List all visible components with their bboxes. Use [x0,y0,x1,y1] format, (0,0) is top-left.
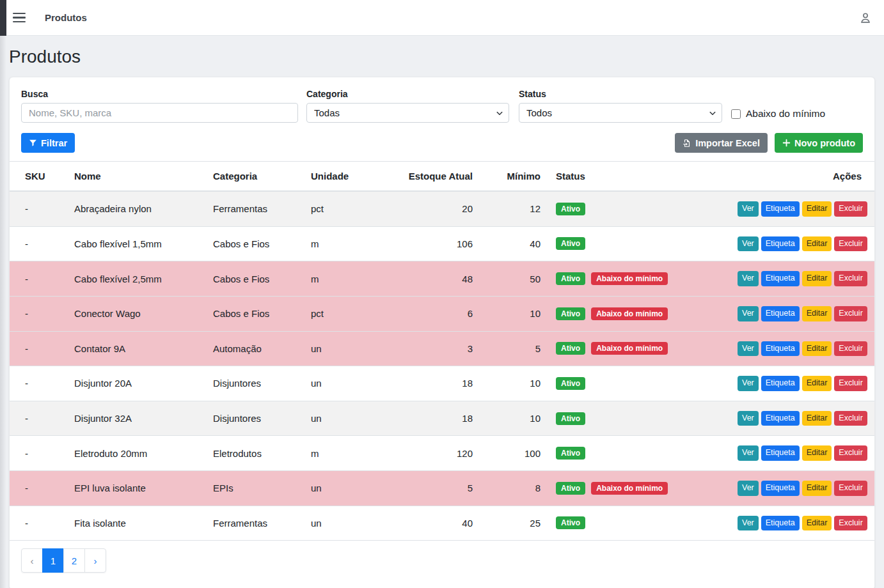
below-min-badge: Abaixo do mínimo [591,272,668,285]
ver-button[interactable]: Ver [738,271,759,286]
table-row: - Eletroduto 20mm Eletrodutos m 120 100 … [10,436,874,471]
etiqueta-button[interactable]: Etiqueta [761,376,800,391]
ver-button[interactable]: Ver [738,481,759,496]
ver-button[interactable]: Ver [738,341,759,357]
header-unidade: Unidade [296,162,386,192]
etiqueta-button[interactable]: Etiqueta [761,516,800,531]
excluir-button[interactable]: Excluir [834,271,867,286]
cell-estoque: 3 [386,331,473,366]
table-row: - Conector Wago Cabos e Fios pct 6 10 At… [10,296,874,331]
cell-unidade: un [296,401,386,436]
ver-button[interactable]: Ver [738,306,759,321]
menu-icon[interactable] [13,13,26,23]
cell-sku: - [10,471,59,506]
categoria-select[interactable]: Todas [306,103,509,123]
excluir-button[interactable]: Excluir [834,481,867,496]
products-table: SKU Nome Categoria Unidade Estoque Atual… [10,161,874,541]
cell-acoes: Ver Etiqueta Editar Excluir [738,401,874,436]
editar-button[interactable]: Editar [802,236,832,252]
table-row: - Disjuntor 32A Disjuntores un 18 10 Ati… [10,401,874,436]
etiqueta-button[interactable]: Etiqueta [761,201,800,217]
etiqueta-button[interactable]: Etiqueta [761,306,800,321]
editar-button[interactable]: Editar [802,516,832,531]
cell-nome: Disjuntor 20A [59,366,198,401]
editar-button[interactable]: Editar [802,376,832,391]
etiqueta-button[interactable]: Etiqueta [761,271,800,286]
status-badge-ativo: Ativo [556,412,585,425]
excluir-button[interactable]: Excluir [834,376,867,391]
etiqueta-button[interactable]: Etiqueta [761,445,800,461]
table-row: - Abraçadeira nylon Ferramentas pct 20 1… [10,191,874,226]
cell-unidade: un [296,366,386,401]
cell-unidade: pct [296,191,386,226]
cell-status: Ativo [541,401,738,436]
cell-estoque: 106 [386,226,473,261]
cell-status: Ativo Abaixo do mínimo [541,471,738,506]
cell-acoes: Ver Etiqueta Editar Excluir [738,436,874,471]
below-minimum-checkbox[interactable] [731,109,741,119]
cell-nome: Cabo flexível 2,5mm [59,261,198,297]
importar-excel-button[interactable]: Importar Excel [675,133,768,153]
cell-categoria: Disjuntores [198,401,296,436]
cell-categoria: Disjuntores [198,366,296,401]
cell-unidade: un [296,471,386,506]
editar-button[interactable]: Editar [802,306,832,321]
editar-button[interactable]: Editar [802,481,832,496]
header-acoes: Ações [738,162,874,192]
excluir-button[interactable]: Excluir [834,516,867,531]
status-select[interactable]: Todos [519,103,722,123]
cell-estoque: 48 [386,261,473,297]
below-minimum-label[interactable]: Abaixo do mínimo [746,108,825,120]
sidebar-edge [0,0,6,36]
ver-button[interactable]: Ver [738,201,759,217]
cell-acoes: Ver Etiqueta Editar Excluir [738,366,874,401]
cell-sku: - [10,331,59,366]
ver-button[interactable]: Ver [738,445,759,461]
cell-sku: - [10,261,59,297]
cell-estoque: 120 [386,436,473,471]
editar-button[interactable]: Editar [802,445,832,461]
cell-nome: Fita isolante [59,506,198,541]
excluir-button[interactable]: Excluir [834,201,867,217]
editar-button[interactable]: Editar [802,341,832,357]
excluir-button[interactable]: Excluir [834,445,867,461]
etiqueta-button[interactable]: Etiqueta [761,481,800,496]
cell-status: Ativo [541,436,738,471]
editar-button[interactable]: Editar [802,411,832,426]
status-badge-ativo: Ativo [556,203,585,215]
pagination-next[interactable]: › [84,548,106,573]
cell-sku: - [10,366,59,401]
cell-categoria: Ferramentas [198,506,296,541]
etiqueta-button[interactable]: Etiqueta [761,236,800,252]
search-input[interactable] [21,103,298,123]
header-nome: Nome [59,162,198,192]
cell-minimo: 8 [473,471,541,506]
cell-unidade: m [296,261,386,297]
excluir-button[interactable]: Excluir [834,306,867,321]
user-icon[interactable] [858,11,872,25]
excluir-button[interactable]: Excluir [834,411,867,426]
editar-button[interactable]: Editar [802,201,832,217]
editar-button[interactable]: Editar [802,271,832,286]
cell-estoque: 20 [386,191,473,226]
status-badge-ativo: Ativo [556,447,585,460]
pagination-prev[interactable]: ‹ [21,548,43,573]
table-row: - Cabo flexível 2,5mm Cabos e Fios m 48 … [10,261,874,297]
status-badge-ativo: Ativo [556,272,585,285]
excluir-button[interactable]: Excluir [834,341,867,357]
pagination-page-2[interactable]: 2 [63,548,85,573]
cell-estoque: 5 [386,471,473,506]
etiqueta-button[interactable]: Etiqueta [761,411,800,426]
ver-button[interactable]: Ver [738,376,759,391]
ver-button[interactable]: Ver [738,516,759,531]
ver-button[interactable]: Ver [738,236,759,252]
novo-produto-button[interactable]: Novo produto [775,133,863,153]
excluir-button[interactable]: Excluir [834,236,867,252]
ver-button[interactable]: Ver [738,411,759,426]
etiqueta-button[interactable]: Etiqueta [761,341,800,357]
cell-sku: - [10,191,59,226]
filtrar-button[interactable]: Filtrar [21,133,75,153]
cell-sku: - [10,226,59,261]
sidebar-edge-shadow [0,36,6,588]
pagination-page-1[interactable]: 1 [42,548,64,573]
